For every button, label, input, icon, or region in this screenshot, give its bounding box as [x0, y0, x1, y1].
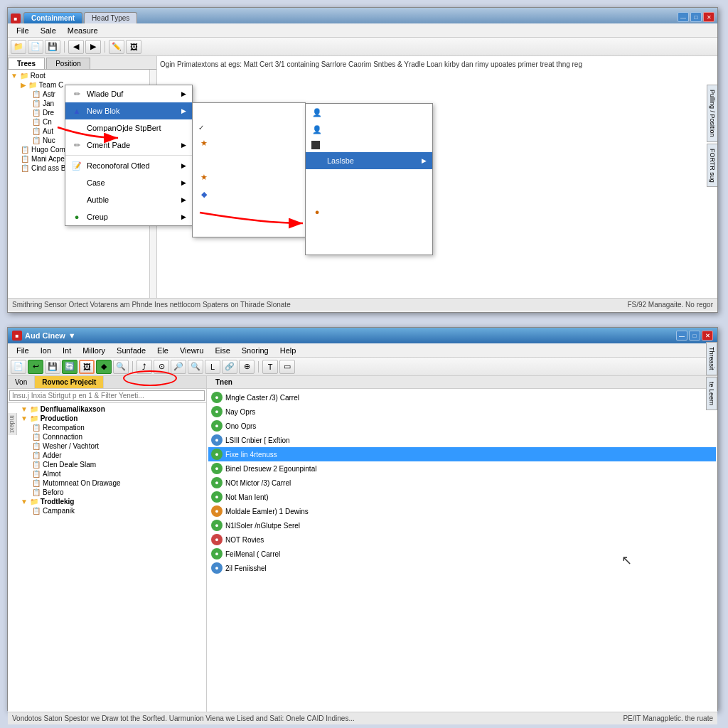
tb-img-btn[interactable]: 🖼	[126, 40, 141, 54]
tb2-link[interactable]: 🔗	[222, 360, 237, 374]
list-item-1[interactable]: ● Nay Oprs	[208, 405, 716, 419]
menu2-millory[interactable]: Millory	[77, 345, 111, 356]
tb2-arrow[interactable]: ⤴	[136, 360, 152, 374]
menu-measure-1[interactable]: Measure	[62, 25, 104, 36]
win2-tree-item-4[interactable]: 📋 Wesher / Vachtort	[9, 441, 205, 451]
sub1-cisil[interactable]: ◆ Cisil ▶	[193, 186, 305, 203]
list-item-10[interactable]: ● NOT Rovies	[208, 532, 716, 547]
menu2-ele[interactable]: Ele	[151, 345, 174, 356]
sub2-corun[interactable]: 👤 Corun Santon	[306, 104, 432, 121]
tb2-search[interactable]: 🔍	[113, 360, 129, 374]
menu2-viewru[interactable]: Viewru	[174, 345, 209, 356]
tab-head-types[interactable]: Head Types	[84, 12, 137, 23]
win2-right-tab[interactable]: Tnen	[207, 376, 717, 389]
list-item-9[interactable]: ● N1lSoler /nGlutpe Serel	[208, 518, 716, 532]
dd-new-blok[interactable]: ▲ New Blok ▶ Fixde ▶ 👤	[65, 102, 192, 119]
win2-tab-von[interactable]: Von	[8, 376, 35, 388]
sub2-laslsbe[interactable]: Laslsbe ▶	[306, 152, 432, 169]
list-item-11[interactable]: ● FeiMenal ( Carrel	[208, 547, 716, 561]
dd-wlade-duf[interactable]: ✏ Wlade Duf ▶	[65, 85, 192, 102]
win2-tree-item-3[interactable]: 📋 Connnaction	[9, 432, 205, 441]
menu2-int[interactable]: Int	[57, 345, 77, 356]
list-item-12[interactable]: ● 2il Feniisshel	[208, 561, 716, 575]
win2-tree-item-10[interactable]: ▼ 📁 Trodtlekig	[9, 497, 205, 506]
dd-reconoforal[interactable]: 📝 Reconoforal Otled ▶	[65, 157, 192, 174]
dd-companojde[interactable]: CompanOjde StpBert	[65, 119, 192, 136]
win2-tree-item-9[interactable]: 📋 Beforo	[9, 488, 205, 497]
dd-autble[interactable]: Autble ▶	[65, 191, 192, 208]
side-tab-2[interactable]: FORTR sug	[707, 144, 717, 188]
maximize-button-2[interactable]: □	[689, 331, 700, 341]
dd-cment-pade[interactable]: ✏ Cment Pade ▶	[65, 136, 192, 154]
tb-save-btn[interactable]: 💾	[45, 40, 60, 54]
sub2-audnlacs[interactable]: 👤 Audnlacs	[306, 121, 432, 138]
side-tab-1[interactable]: Pulling / Position	[707, 85, 717, 142]
tb-pencil-btn[interactable]: ✏️	[109, 40, 124, 54]
menu2-help[interactable]: Help	[274, 345, 302, 356]
sub1-fisd[interactable]: Fisd	[193, 203, 305, 220]
sub2-manoged[interactable]: Manoged	[306, 186, 432, 203]
close-button-2[interactable]: ✕	[702, 331, 713, 341]
tb2-zoom2[interactable]: 🔍	[188, 360, 203, 374]
tb-back-btn[interactable]: ◀	[68, 40, 84, 54]
list-item-2[interactable]: ● Ono Oprs	[208, 419, 716, 433]
tab-trees[interactable]: Trees	[8, 58, 45, 69]
tb2-zoom[interactable]: 🔎	[171, 360, 186, 374]
sub2-resigntien[interactable]: Resigntien	[306, 138, 432, 152]
side-tab-r1[interactable]: Threasit	[706, 342, 717, 375]
tb2-save[interactable]: 💾	[45, 360, 60, 374]
sub1-astwring[interactable]: ★ Astwring ▶	[193, 168, 305, 186]
maximize-button-1[interactable]: □	[690, 12, 702, 22]
tb2-l[interactable]: L	[205, 360, 220, 374]
sub1-fixde[interactable]: Fixde ▶ 👤 Corun Santon 👤 Audnla	[193, 103, 305, 120]
tb-folder-btn[interactable]: 📁	[11, 40, 26, 54]
tree-root[interactable]: ▼ 📁 Root	[9, 71, 148, 80]
win2-tree-item-5[interactable]: 📋 Adder	[9, 451, 205, 460]
sub1-captuen[interactable]: Captuen	[193, 220, 305, 237]
minimize-button-2[interactable]: —	[676, 331, 687, 341]
tb2-img[interactable]: 🖼	[79, 360, 95, 374]
win2-tab-rovnoc[interactable]: Rovnoc Projecit	[35, 376, 104, 388]
menu-file-1[interactable]: File	[11, 25, 35, 36]
tb2-mag[interactable]: ⊕	[239, 360, 255, 374]
minimize-button-1[interactable]: —	[678, 12, 689, 22]
list-item-4[interactable]: ● Fixe lin 4rtenuss	[208, 447, 716, 461]
menu2-snoring[interactable]: Snoring	[236, 345, 274, 356]
list-item-5[interactable]: ● Binel Dresuew 2 Egounpintal	[208, 461, 716, 476]
tab-position[interactable]: Position	[46, 58, 90, 69]
tb2-doc[interactable]: 📄	[11, 360, 26, 374]
list-item-8[interactable]: ● Moldale Eamler) 1 Dewins	[208, 504, 716, 518]
list-item-3[interactable]: ● LSIll Cnbier [ Exftion	[208, 433, 716, 447]
sub2-ad-mirt[interactable]: Ad MirtSuler	[306, 237, 432, 255]
tb2-back[interactable]: ↩	[28, 360, 43, 374]
win2-tree-item-11[interactable]: 📋 Campanik	[9, 506, 205, 515]
menu2-eise[interactable]: Eise	[209, 345, 235, 356]
tb2-diamond[interactable]: ◆	[96, 360, 112, 374]
tab-containment[interactable]: Containment	[23, 12, 82, 23]
close-button-1[interactable]: ✕	[703, 12, 714, 22]
win2-tree-item-2[interactable]: 📋 Recompation	[9, 423, 205, 432]
menu2-ion[interactable]: Ion	[35, 345, 57, 356]
menu2-sunfade[interactable]: Sunfade	[111, 345, 151, 356]
tb2-refresh[interactable]: 🔄	[62, 360, 77, 374]
side-tab-r2[interactable]: te Leern	[706, 377, 717, 410]
dd-creup[interactable]: ● Creup ▶	[65, 208, 192, 225]
menu-sale-1[interactable]: Sale	[35, 25, 62, 36]
win2-tree-item-0[interactable]: ▼ 📁 Denfluamalikaxson	[9, 405, 205, 414]
tb2-text[interactable]: T	[262, 360, 278, 374]
sub1-lumtrip[interactable]: ✓ Lumtripations	[193, 120, 305, 134]
win2-tree-item-6[interactable]: 📋 Clen Deale Slam	[9, 460, 205, 469]
win2-tree-item-1[interactable]: ▼ 📁 Production	[9, 414, 205, 423]
list-item-0[interactable]: ● Mngle Caster /3) Carrel	[208, 390, 716, 405]
dd-case[interactable]: Case ▶	[65, 174, 192, 191]
list-item-6[interactable]: ● NOt Mictor /3) Carrel	[208, 476, 716, 490]
menu2-file[interactable]: File	[11, 345, 35, 356]
sub2-minglof[interactable]: ● Minglof Relonde	[306, 203, 432, 220]
tb2-circle[interactable]: ⊙	[154, 360, 169, 374]
win2-tree-item-7[interactable]: 📋 Almot	[9, 469, 205, 478]
win2-tree-item-8[interactable]: 📋 Mutornneat On Drawage	[9, 478, 205, 488]
win2-filter-input[interactable]	[9, 390, 205, 401]
list-item-7[interactable]: ● Not Man Ient)	[208, 490, 716, 504]
tb-doc-btn[interactable]: 📄	[28, 40, 43, 54]
tb-fwd-btn[interactable]: ▶	[85, 40, 101, 54]
